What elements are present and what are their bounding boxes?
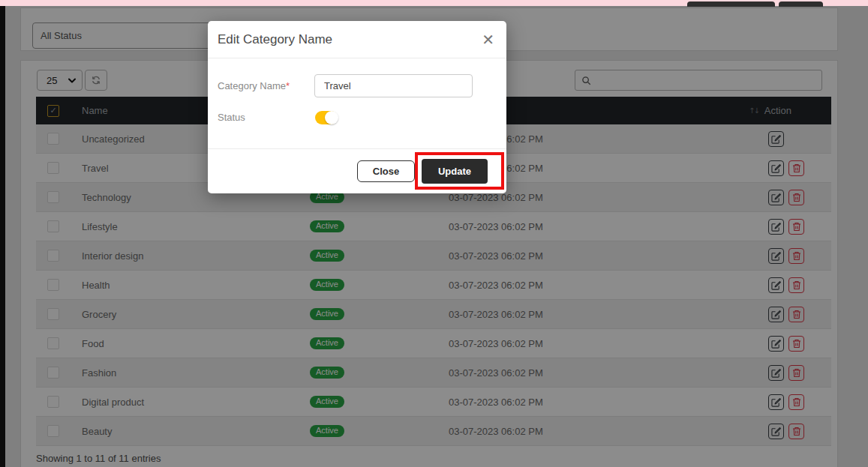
modal-header: Edit Category Name ✕ bbox=[208, 21, 506, 58]
modal-title: Edit Category Name bbox=[218, 32, 332, 47]
required-asterisk: * bbox=[286, 80, 290, 91]
topbar-button-1[interactable] bbox=[687, 1, 775, 7]
status-label: Status bbox=[218, 112, 245, 123]
edit-category-modal: Edit Category Name ✕ Category Name* Stat… bbox=[208, 21, 506, 193]
status-toggle[interactable] bbox=[315, 111, 338, 124]
close-icon[interactable]: ✕ bbox=[482, 32, 494, 47]
topbar-button-2[interactable] bbox=[779, 1, 823, 7]
modal-body: Category Name* Status bbox=[208, 58, 506, 148]
modal-close-button[interactable]: Close bbox=[357, 160, 415, 182]
toggle-knob bbox=[325, 111, 338, 124]
category-name-label: Category Name* bbox=[218, 80, 290, 91]
category-name-input[interactable] bbox=[314, 74, 473, 97]
update-button[interactable]: Update bbox=[422, 159, 488, 184]
screen: All Status 25 bbox=[0, 0, 868, 467]
modal-footer: Close Update bbox=[208, 148, 506, 193]
